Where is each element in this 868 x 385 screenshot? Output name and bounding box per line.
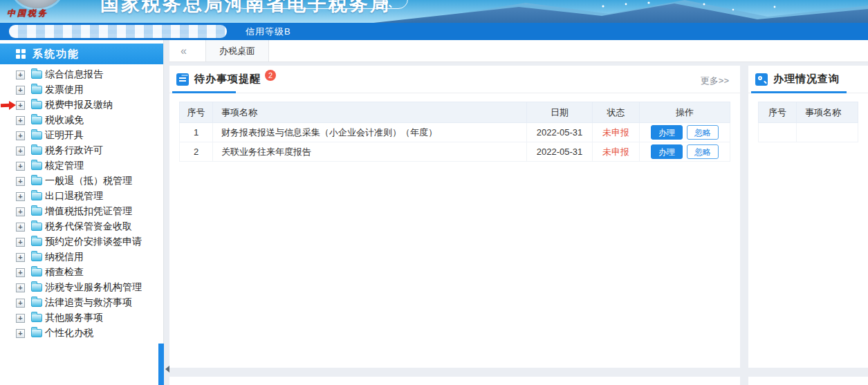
sidebar-item-general-refund-management[interactable]: +一般退（抵）税管理 [0,173,163,189]
handle-button[interactable]: 办理 [651,144,683,159]
collapse-tabs-button[interactable]: « [181,45,187,57]
search-icon [755,73,768,86]
sidebar-item-vat-deduction-voucher[interactable]: +增值税抵扣凭证管理 [0,204,163,219]
sidebar-item-tax-declaration-payment[interactable]: +税费申报及缴纳 [0,97,163,113]
expand-plus-icon[interactable]: + [16,147,25,156]
folder-icon [31,223,42,231]
header-search-input[interactable] [234,0,408,9]
column-header-no: 序号 [759,102,797,123]
expand-plus-icon[interactable]: + [16,329,25,338]
sidebar-item-tax-reduction[interactable]: +税收减免 [0,113,163,128]
grid-icon [16,49,26,59]
row-date: 2022-05-31 [527,142,593,162]
todo-panel-title: 待办事项提醒 [194,73,261,86]
sidebar-item-comprehensive-info-report[interactable]: +综合信息报告 [0,67,163,82]
red-arrow-annotation [1,101,16,110]
folder-icon [31,147,42,155]
sidebar-item-label: 综合信息报告 [45,68,103,81]
sidebar-item-label: 税务行政许可 [45,144,103,157]
expand-plus-icon[interactable]: + [16,253,25,262]
sidebar-item-tax-credit[interactable]: +纳税信用 [0,250,163,265]
expand-plus-icon[interactable]: + [16,299,25,308]
folder-icon [31,329,42,337]
row-no: 2 [180,142,213,162]
sidebar-item-label: 发票使用 [45,84,84,96]
expand-plus-icon[interactable]: + [16,268,25,277]
sidebar-item-tax-service-agency[interactable]: +涉税专业服务机构管理 [0,280,163,295]
query-panel-header: 办理情况查询 [748,66,868,93]
sidebar-item-label: 预约定价安排谈签申请 [45,236,142,248]
sidebar-item-label: 法律追责与救济事项 [45,297,132,309]
folder-icon [31,162,42,170]
sidebar-item-certificate-issue[interactable]: +证明开具 [0,128,163,143]
handle-button[interactable]: 办理 [651,125,683,140]
search-icon[interactable] [382,0,388,5]
cards-row: 待办事项提醒 2 更多>> 序号 事项名称 日期 状态 [169,66,868,368]
row-item-name: 关联业务往来年度报告 [213,142,527,162]
folder-icon [31,192,42,200]
expand-plus-icon[interactable]: + [16,101,25,110]
expand-plus-icon[interactable]: + [16,162,25,171]
expand-plus-icon[interactable]: + [16,192,25,201]
expand-plus-icon[interactable]: + [16,283,25,292]
screen: 中国税务 国家税务总局河南省电子税务局 信用等级B 系统功能 +综合信息报告 +… [0,0,868,385]
query-table-header-row: 序号 事项名称 [759,102,858,123]
sidebar: 系统功能 +综合信息报告 +发票使用 +税费申报及缴纳 +税收减免 +证明开具 … [0,40,164,385]
row-date: 2022-05-31 [527,123,593,142]
folder-icon [31,207,42,216]
expand-plus-icon[interactable]: + [16,238,25,247]
ignore-button[interactable]: 忽略 [687,144,719,159]
sidebar-item-advance-pricing-arrangement[interactable]: +预约定价安排谈签申请 [0,234,163,250]
expand-plus-icon[interactable]: + [16,223,25,232]
table-row: 2 关联业务往来年度报告 2022-05-31 未申报 办理忽略 [180,142,730,162]
folder-icon [31,314,42,322]
active-title-underline [172,91,236,93]
sidebar-item-label: 税务代保管资金收取 [45,220,132,233]
sidebar-item-label: 涉税专业服务机构管理 [45,281,142,294]
sidebar-item-label: 一般退（抵）税管理 [45,175,132,187]
table-row: 1 财务报表报送与信息采集（小企业会计准则）（年度） 2022-05-31 未申… [180,123,730,142]
site-header: 中国税务 国家税务总局河南省电子税务局 [0,0,868,23]
sidebar-item-invoice-use[interactable]: +发票使用 [0,82,163,97]
query-table: 序号 事项名称 [758,102,858,142]
todo-table: 序号 事项名称 日期 状态 操作 1 财务报表报送与信息采集（小企业会计准则）（… [179,102,730,162]
sidebar-item-personalized-tax[interactable]: +个性化办税 [0,326,163,341]
expand-plus-icon[interactable]: + [16,86,25,95]
expand-plus-icon[interactable]: + [16,131,25,140]
sidebar-item-label: 稽查检查 [45,266,84,279]
sidebar-item-assessment-management[interactable]: +核定管理 [0,158,163,173]
sidebar-title: 系统功能 [33,48,80,61]
sidebar-collapse-handle[interactable] [165,366,169,373]
expand-plus-icon[interactable]: + [16,71,25,79]
sidebar-item-tax-admin-license[interactable]: +税务行政许可 [0,143,163,158]
expand-plus-icon[interactable]: + [16,314,25,323]
sidebar-item-label: 核定管理 [45,160,84,172]
logo-caption: 中国税务 [7,8,76,19]
column-header-date: 日期 [527,102,593,123]
sidebar-item-label: 增值税抵扣凭证管理 [45,205,132,218]
tab-strip: « 办税桌面 [169,40,868,62]
todo-panel: 待办事项提醒 2 更多>> 序号 事项名称 日期 状态 [169,66,740,368]
sidebar-item-export-refund-management[interactable]: +出口退税管理 [0,189,163,204]
column-header-no: 序号 [180,102,213,123]
sidebar-item-label: 其他服务事项 [45,312,103,324]
expand-plus-icon[interactable]: + [16,116,25,125]
sidebar-item-other-services[interactable]: +其他服务事项 [0,310,163,326]
ignore-button[interactable]: 忽略 [687,125,719,140]
todo-count-badge: 2 [265,70,276,81]
folder-icon [31,71,42,79]
expand-plus-icon[interactable]: + [16,207,25,216]
taxpayer-info-bar: 信用等级B [0,23,868,40]
column-header-item-name: 事项名称 [213,102,527,123]
sidebar-item-label: 出口退税管理 [45,190,103,203]
more-link[interactable]: 更多>> [701,75,729,87]
sidebar-item-label: 税费申报及缴纳 [45,99,113,111]
sidebar-item-legal-remedy[interactable]: +法律追责与救济事项 [0,295,163,310]
sidebar-item-custody-funds-collection[interactable]: +税务代保管资金收取 [0,219,163,234]
sidebar-item-audit-inspection[interactable]: +稽查检查 [0,265,163,280]
folder-icon [31,299,42,307]
sidebar-scrollbar[interactable] [158,344,164,385]
tab-tax-desktop[interactable]: 办税桌面 [205,40,269,62]
expand-plus-icon[interactable]: + [16,177,25,186]
folder-icon [31,177,42,185]
